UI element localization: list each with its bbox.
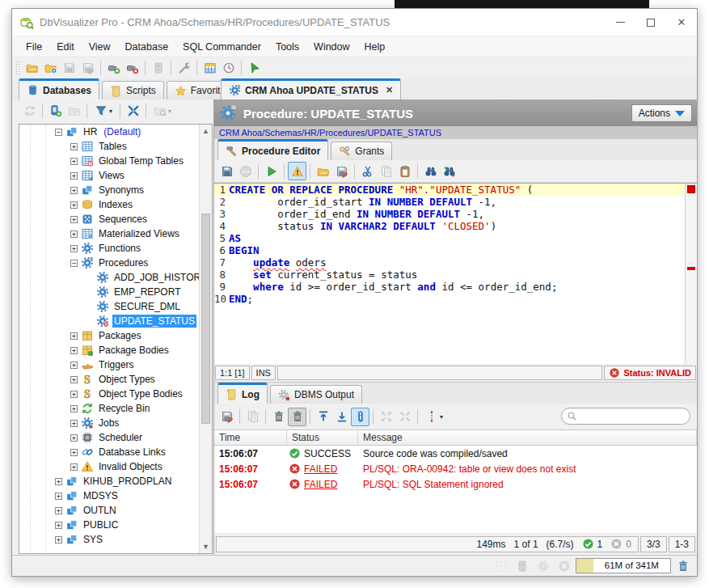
tree-item-kihub-prodplan[interactable]: +KIHUB_PRODPLAN [19,474,199,489]
tree-item-object-types[interactable]: +SObject Types [19,372,199,387]
tab-scripts[interactable]: Scripts [102,81,164,99]
menu-sql-commander[interactable]: SQL Commander [175,39,268,55]
column-header-message[interactable]: Message [358,430,697,445]
scroll-thumb[interactable] [201,214,210,424]
tab-grants[interactable]: Grants [331,142,392,160]
scroll-down-icon[interactable]: ▼ [200,540,212,553]
memory-gauge[interactable]: 61M of 341M [576,558,671,573]
tab-dbms-output[interactable]: DBMS Output [270,385,362,404]
actions-button[interactable]: Actions [631,104,692,122]
tree-item-add-job-history[interactable]: ADD_JOB_HISTORY [19,270,199,285]
column-header-status[interactable]: Status [287,430,358,445]
expand-toggle-icon[interactable]: + [70,391,78,398]
tree-scrollbar[interactable]: ▲ ▼ [199,125,212,553]
run-gc-button[interactable] [673,556,692,575]
maximize-icon[interactable] [635,9,666,36]
scroll-up-icon[interactable]: ▲ [200,125,212,137]
tab-crm-ahoa-update-status[interactable]: CRM Ahoa UPDATE_STATUS✕ [221,78,401,99]
save-to-file-button[interactable] [332,162,351,180]
code-editor[interactable]: 1CREATE OR REPLACE PROCEDURE "HR"."UPDAT… [214,183,697,364]
code-line-6[interactable]: 6BEGIN [214,244,685,256]
create-folder-button[interactable] [65,102,83,121]
close-icon[interactable]: ✕ [666,9,697,36]
expand-toggle-icon[interactable]: + [70,420,78,427]
expand-toggle-icon[interactable]: + [70,362,78,369]
tree-item-scheduler[interactable]: +Scheduler [19,430,199,445]
tree-item-synonyms[interactable]: +Synonyms [19,183,199,197]
menu-database[interactable]: Database [118,39,176,55]
stop-button[interactable]: STOP [236,162,255,180]
error-stripe-line-marker[interactable] [687,267,695,270]
locate-object-button[interactable]: ▾ [150,102,175,121]
expand-toggle-icon[interactable]: + [70,434,78,442]
clear-log-button[interactable] [269,408,288,426]
execute-button[interactable] [262,162,281,180]
tree-item-triggers[interactable]: +Triggers [19,357,199,372]
tree-item-invalid-objects[interactable]: +Invalid Objects [19,459,199,474]
collapse-toggle-icon[interactable]: − [55,129,62,136]
show-details-button[interactable] [351,408,369,426]
expand-toggle-icon[interactable]: + [70,216,78,223]
tree-item-views[interactable]: +Views [19,168,199,183]
tree-item-package-bodies[interactable]: +Package Bodies [19,343,199,357]
error-stripe-status-marker[interactable] [687,185,695,193]
collapse-all-button[interactable] [124,102,142,121]
edit-log-button[interactable] [217,408,236,426]
paste-button[interactable] [395,162,414,180]
tasks-status-button[interactable] [534,556,552,575]
show-warnings-button[interactable] [288,162,306,180]
tree-item-materialized-views[interactable]: +Materialized Views [19,226,199,241]
tree-item-update-status[interactable]: UPDATE_STATUS [19,314,199,328]
collapse-rows-button[interactable] [395,408,414,426]
expand-toggle-icon[interactable]: + [55,536,62,544]
tree-item-mdsys[interactable]: +MDSYS [19,489,199,503]
column-header-time[interactable]: Time [214,430,287,445]
tree-item-jobs[interactable]: +Jobs [19,416,199,430]
menu-help[interactable]: Help [357,39,393,55]
save-button[interactable] [60,59,78,78]
save-procedure-button[interactable] [217,162,236,180]
auto-clear-button[interactable] [288,408,306,426]
tree-item-object-type-bodies[interactable]: +SObject Type Bodies [19,387,199,401]
connect-button[interactable] [104,59,123,78]
menu-tools[interactable]: Tools [268,39,306,55]
cut-button[interactable] [358,162,377,180]
tree-item-global-temp-tables[interactable]: +Global Temp Tables [19,154,199,168]
log-row[interactable]: 15:06:07SUCCESSSource code was compiled/… [214,446,697,461]
expand-toggle-icon[interactable]: + [70,376,78,383]
tree-item-tables[interactable]: +Tables [19,139,199,154]
tool-properties-button[interactable] [175,59,193,78]
create-connection-button[interactable] [46,102,65,121]
run-menu-button[interactable] [245,59,264,78]
copy-button[interactable] [377,162,395,180]
expand-toggle-icon[interactable]: + [70,187,78,194]
scroll-to-bottom-button[interactable] [332,408,351,426]
tree-item-public[interactable]: +PUBLIC [19,518,199,532]
log-table-header[interactable]: Time Status Message [214,430,697,446]
expand-toggle-icon[interactable]: + [70,463,78,471]
monitor-button[interactable] [219,59,238,78]
menu-file[interactable]: File [19,39,49,55]
grid-window-button[interactable] [200,59,219,78]
tree-item-secure-dml[interactable]: SECURE_DML [19,299,199,314]
tree-item-recycle-bin[interactable]: +Recycle Bin [19,401,199,416]
open-filemanager-button[interactable] [23,59,41,78]
cancel-status-button[interactable] [555,556,573,575]
tree-item-sequences[interactable]: +Sequences [19,212,199,226]
close-icon[interactable]: ✕ [386,85,393,95]
tree-item-emp-report[interactable]: EMP_REPORT [19,285,199,299]
log-row[interactable]: 15:06:07FAILEDPL/SQL: SQL Statement igno… [214,476,697,492]
menu-window[interactable]: Window [306,39,357,55]
save-as-button[interactable] [78,59,97,78]
toolbar-grip[interactable] [15,61,19,75]
server-session-button[interactable] [149,59,167,78]
grid-status-button[interactable] [492,556,510,575]
find-button[interactable] [421,162,440,180]
expand-toggle-icon[interactable]: + [55,493,62,500]
code-line-5[interactable]: 5AS [214,232,685,244]
code-line-10[interactable]: 10END; [214,293,685,305]
collapse-toggle-icon[interactable]: − [70,260,78,267]
load-from-file-button[interactable] [314,162,332,180]
code-line-4[interactable]: 4 status IN VARCHAR2 DEFAULT 'CLOSED') [214,220,685,232]
tab-procedure-editor[interactable]: Procedure Editor [217,139,328,160]
